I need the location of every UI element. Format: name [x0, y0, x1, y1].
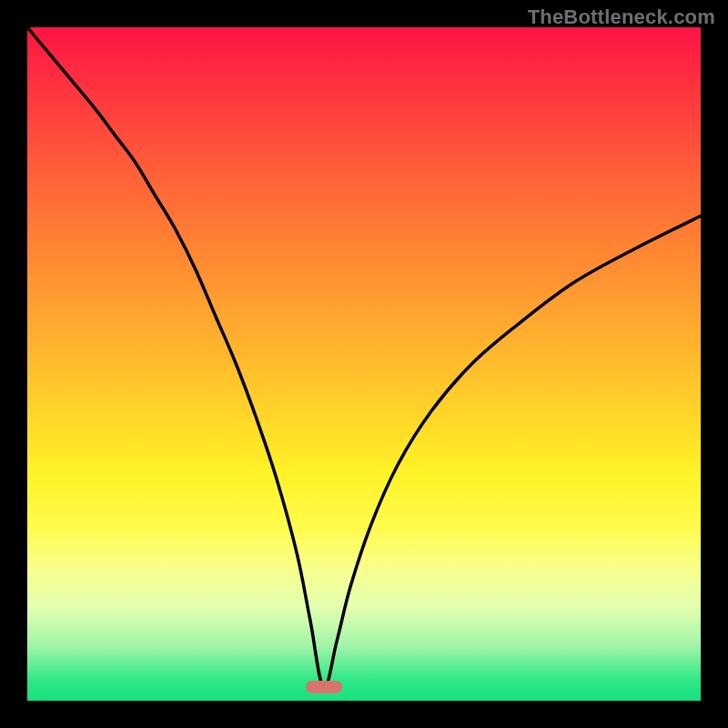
watermark-text: TheBottleneck.com	[528, 5, 715, 29]
bottleneck-curve	[27, 27, 701, 701]
minimum-marker	[306, 681, 342, 693]
plot-area	[27, 27, 701, 701]
chart-frame: TheBottleneck.com	[0, 0, 728, 728]
curve-path	[27, 27, 701, 688]
